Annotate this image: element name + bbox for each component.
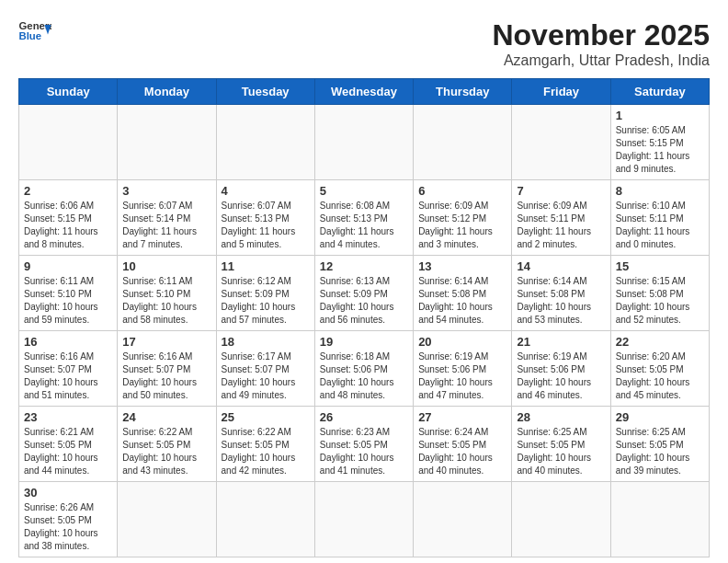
empty-cell [19, 105, 118, 180]
day-22: 22 Sunrise: 6:20 AMSunset: 5:05 PMDaylig… [610, 331, 709, 407]
day-25: 25 Sunrise: 6:22 AMSunset: 5:05 PMDaylig… [216, 407, 314, 482]
table-row: 30 Sunrise: 6:26 AMSunset: 5:05 PMDaylig… [19, 482, 710, 557]
day-21: 21 Sunrise: 6:19 AMSunset: 5:06 PMDaylig… [512, 331, 610, 407]
page-subtitle: Azamgarh, Uttar Pradesh, India [492, 52, 710, 69]
empty-cell [314, 482, 413, 557]
header-sunday: Sunday [19, 79, 118, 105]
day-17: 17 Sunrise: 6:16 AMSunset: 5:07 PMDaylig… [118, 331, 216, 407]
title-area: November 2025 Azamgarh, Uttar Pradesh, I… [492, 18, 710, 69]
day-11: 11 Sunrise: 6:12 AMSunset: 5:09 PMDaylig… [216, 256, 314, 331]
empty-cell [414, 105, 512, 180]
day-7: 7 Sunrise: 6:09 AMSunset: 5:11 PMDayligh… [512, 180, 610, 256]
day-28: 28 Sunrise: 6:25 AMSunset: 5:05 PMDaylig… [512, 407, 610, 482]
logo: General Blue [18, 18, 51, 44]
header-friday: Friday [512, 79, 610, 105]
day-23: 23 Sunrise: 6:21 AMSunset: 5:05 PMDaylig… [19, 407, 118, 482]
page-title: November 2025 [492, 18, 710, 52]
empty-cell [414, 482, 512, 557]
empty-cell [216, 105, 314, 180]
day-10: 10 Sunrise: 6:11 AMSunset: 5:10 PMDaylig… [118, 256, 216, 331]
day-8: 8 Sunrise: 6:10 AMSunset: 5:11 PMDayligh… [610, 180, 709, 256]
empty-cell [512, 482, 610, 557]
day-15: 15 Sunrise: 6:15 AMSunset: 5:08 PMDaylig… [610, 256, 709, 331]
weekday-header-row: Sunday Monday Tuesday Wednesday Thursday… [19, 79, 710, 105]
table-row: 1 Sunrise: 6:05 AMSunset: 5:15 PMDayligh… [19, 105, 710, 180]
day-18: 18 Sunrise: 6:17 AMSunset: 5:07 PMDaylig… [216, 331, 314, 407]
table-row: 16 Sunrise: 6:16 AMSunset: 5:07 PMDaylig… [19, 331, 710, 407]
empty-cell [216, 482, 314, 557]
day-29: 29 Sunrise: 6:25 AMSunset: 5:05 PMDaylig… [610, 407, 709, 482]
day-4: 4 Sunrise: 6:07 AMSunset: 5:13 PMDayligh… [216, 180, 314, 256]
calendar: Sunday Monday Tuesday Wednesday Thursday… [18, 78, 710, 557]
header: General Blue November 2025 Azamgarh, Utt… [18, 18, 710, 69]
header-wednesday: Wednesday [314, 79, 413, 105]
empty-cell [118, 105, 216, 180]
empty-cell [314, 105, 413, 180]
day-14: 14 Sunrise: 6:14 AMSunset: 5:08 PMDaylig… [512, 256, 610, 331]
table-row: 2 Sunrise: 6:06 AMSunset: 5:15 PMDayligh… [19, 180, 710, 256]
empty-cell [118, 482, 216, 557]
day-16: 16 Sunrise: 6:16 AMSunset: 5:07 PMDaylig… [19, 331, 118, 407]
header-thursday: Thursday [414, 79, 512, 105]
table-row: 9 Sunrise: 6:11 AMSunset: 5:10 PMDayligh… [19, 256, 710, 331]
day-24: 24 Sunrise: 6:22 AMSunset: 5:05 PMDaylig… [118, 407, 216, 482]
table-row: 23 Sunrise: 6:21 AMSunset: 5:05 PMDaylig… [19, 407, 710, 482]
header-monday: Monday [118, 79, 216, 105]
day-20: 20 Sunrise: 6:19 AMSunset: 5:06 PMDaylig… [414, 331, 512, 407]
day-9: 9 Sunrise: 6:11 AMSunset: 5:10 PMDayligh… [19, 256, 118, 331]
day-3: 3 Sunrise: 6:07 AMSunset: 5:14 PMDayligh… [118, 180, 216, 256]
day-27: 27 Sunrise: 6:24 AMSunset: 5:05 PMDaylig… [414, 407, 512, 482]
day-6: 6 Sunrise: 6:09 AMSunset: 5:12 PMDayligh… [414, 180, 512, 256]
logo-icon: General Blue [18, 18, 51, 44]
empty-cell [610, 482, 709, 557]
day-5: 5 Sunrise: 6:08 AMSunset: 5:13 PMDayligh… [314, 180, 413, 256]
header-tuesday: Tuesday [216, 79, 314, 105]
svg-text:Blue: Blue [19, 30, 42, 41]
day-2: 2 Sunrise: 6:06 AMSunset: 5:15 PMDayligh… [19, 180, 118, 256]
day-12: 12 Sunrise: 6:13 AMSunset: 5:09 PMDaylig… [314, 256, 413, 331]
header-saturday: Saturday [610, 79, 709, 105]
day-19: 19 Sunrise: 6:18 AMSunset: 5:06 PMDaylig… [314, 331, 413, 407]
day-13: 13 Sunrise: 6:14 AMSunset: 5:08 PMDaylig… [414, 256, 512, 331]
empty-cell [512, 105, 610, 180]
day-1: 1 Sunrise: 6:05 AMSunset: 5:15 PMDayligh… [610, 105, 709, 180]
day-26: 26 Sunrise: 6:23 AMSunset: 5:05 PMDaylig… [314, 407, 413, 482]
day-30: 30 Sunrise: 6:26 AMSunset: 5:05 PMDaylig… [19, 482, 118, 557]
